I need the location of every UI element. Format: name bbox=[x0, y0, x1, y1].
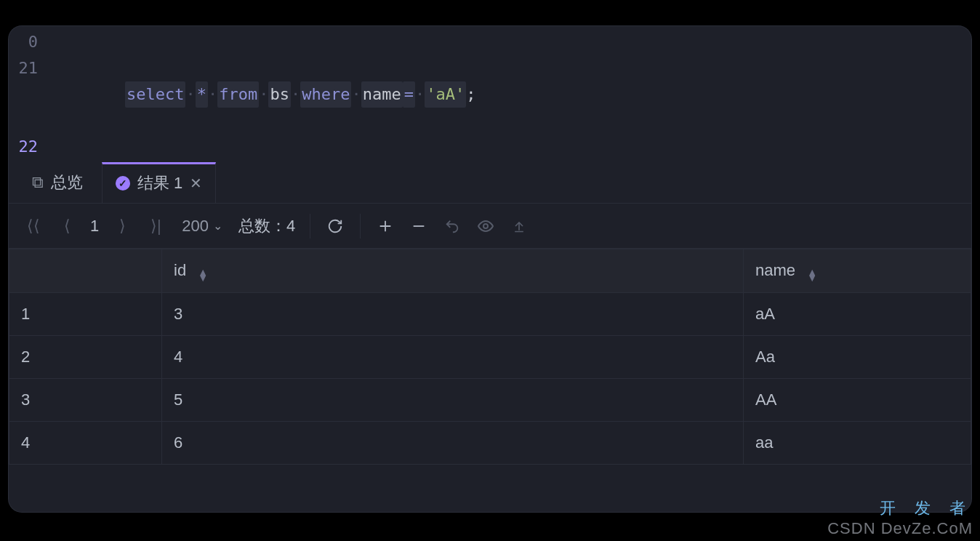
add-row-button[interactable] bbox=[371, 212, 400, 241]
line-number-current: 22 bbox=[9, 134, 48, 160]
page-number: 1 bbox=[86, 217, 103, 236]
table-row[interactable]: 1 3 aA bbox=[9, 293, 971, 336]
check-icon: ✓ bbox=[116, 176, 130, 191]
page-size-selector[interactable]: 200 ⌄ bbox=[174, 217, 230, 236]
table-row[interactable]: 4 6 aa bbox=[9, 422, 971, 465]
cell-name[interactable]: aA bbox=[744, 293, 971, 336]
next-page-button[interactable]: ⟩ bbox=[108, 212, 137, 241]
column-header-name[interactable]: name ▲▼ bbox=[744, 249, 971, 293]
sql-editor[interactable]: 0 21 select·*·from·bs·where·name=·'aA'; … bbox=[9, 26, 971, 160]
cell-id[interactable]: 4 bbox=[162, 336, 744, 379]
row-number: 3 bbox=[9, 379, 162, 422]
refresh-icon bbox=[327, 218, 343, 234]
cell-id[interactable]: 3 bbox=[162, 293, 744, 336]
sort-icon: ▲▼ bbox=[807, 270, 817, 281]
close-icon[interactable]: ✕ bbox=[190, 175, 202, 192]
cell-id[interactable]: 5 bbox=[162, 379, 744, 422]
sql-code-line[interactable]: select·*·from·bs·where·name=·'aA'; bbox=[48, 55, 475, 134]
minus-icon bbox=[411, 218, 427, 234]
cell-name[interactable]: AA bbox=[744, 379, 971, 422]
watermark: 开 发 者 CSDN DevZe.CoM bbox=[827, 497, 973, 538]
row-number: 2 bbox=[9, 336, 162, 379]
app-window: 0 21 select·*·from·bs·where·name=·'aA'; … bbox=[9, 26, 971, 512]
tab-overview[interactable]: ⧉ 总览 bbox=[19, 162, 96, 203]
rownum-header bbox=[9, 249, 162, 293]
last-page-button[interactable]: ⟩| bbox=[141, 212, 170, 241]
plus-icon bbox=[377, 218, 393, 234]
table-row[interactable]: 3 5 AA bbox=[9, 379, 971, 422]
refresh-button[interactable] bbox=[321, 212, 350, 241]
results-table: id ▲▼ name ▲▼ 1 3 aA 2 4 Aa 3 bbox=[9, 249, 971, 465]
line-number: 0 bbox=[9, 29, 48, 55]
tab-result-label: 结果 1 bbox=[137, 172, 182, 194]
view-button[interactable] bbox=[471, 212, 500, 241]
sort-icon: ▲▼ bbox=[198, 270, 208, 281]
eye-icon bbox=[477, 217, 494, 235]
result-tabs: ⧉ 总览 ✓ 结果 1 ✕ bbox=[9, 161, 971, 204]
svg-point-0 bbox=[483, 224, 488, 228]
delete-row-button[interactable] bbox=[404, 212, 433, 241]
overview-icon: ⧉ bbox=[32, 173, 44, 192]
row-number: 1 bbox=[9, 293, 162, 336]
tab-overview-label: 总览 bbox=[51, 172, 83, 193]
chevron-down-icon: ⌄ bbox=[213, 219, 222, 233]
upload-icon bbox=[512, 218, 526, 234]
line-number: 21 bbox=[9, 55, 48, 134]
cell-name[interactable]: aa bbox=[744, 422, 971, 465]
undo-button[interactable] bbox=[438, 212, 467, 241]
total-label: 总数：4 bbox=[234, 215, 300, 237]
cell-name[interactable]: Aa bbox=[744, 336, 971, 379]
column-header-id[interactable]: id ▲▼ bbox=[162, 249, 744, 293]
prev-page-button[interactable]: ⟨ bbox=[52, 212, 81, 241]
table-header-row: id ▲▼ name ▲▼ bbox=[9, 249, 971, 293]
tab-result-1[interactable]: ✓ 结果 1 ✕ bbox=[102, 162, 216, 203]
row-number: 4 bbox=[9, 422, 162, 465]
undo-icon bbox=[444, 218, 460, 234]
first-page-button[interactable]: ⟨⟨ bbox=[19, 212, 48, 241]
table-row[interactable]: 2 4 Aa bbox=[9, 336, 971, 379]
results-toolbar: ⟨⟨ ⟨ 1 ⟩ ⟩| 200 ⌄ 总数：4 bbox=[9, 204, 971, 249]
export-button[interactable] bbox=[505, 212, 534, 241]
cell-id[interactable]: 6 bbox=[162, 422, 744, 465]
